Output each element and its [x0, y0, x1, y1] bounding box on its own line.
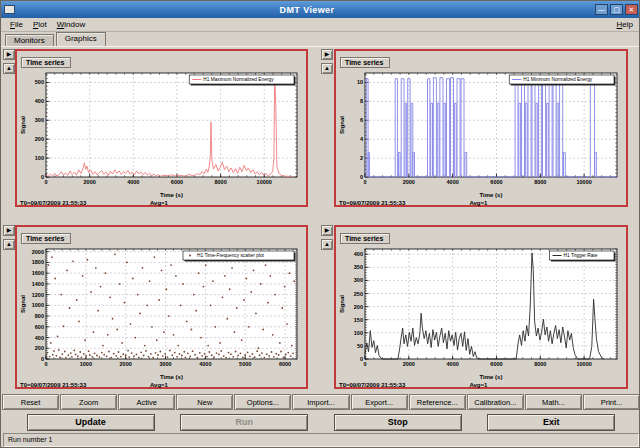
minimize-button[interactable]: — [595, 4, 608, 15]
svg-text:6000: 6000 [490, 361, 502, 367]
panel-arrow-right-button[interactable]: ▶ [321, 49, 333, 60]
panel-arrow-up-button[interactable]: ▲ [3, 63, 15, 74]
svg-text:200: 200 [35, 136, 44, 142]
window-controls: —▢✕ [595, 4, 638, 15]
menu-bar: FilePlotWindowHelp [1, 18, 640, 32]
plot-toolbar: ResetZoomActiveNewOptions...Import...Exp… [1, 393, 640, 411]
menu-help[interactable]: Help [613, 20, 637, 29]
svg-text:1200: 1200 [32, 292, 44, 298]
maximize-icon: ▢ [613, 6, 620, 13]
y-axis-label: Signal [339, 295, 345, 313]
panel-tab-label[interactable]: Time series [340, 57, 390, 68]
svg-text:200: 200 [354, 304, 363, 310]
tab-bar: MonitorsGraphics [1, 32, 640, 47]
panel-arrow-up-button[interactable]: ▲ [3, 239, 15, 250]
svg-text:6: 6 [360, 117, 363, 123]
toolbar-button-print[interactable]: Print... [583, 394, 640, 410]
tab-graphics[interactable]: Graphics [56, 32, 106, 46]
y-axis-label: Signal [20, 116, 26, 134]
toolbar-button-active[interactable]: Active [118, 394, 175, 410]
legend-label: H1 Time-Frequency scatter plot [197, 253, 265, 258]
svg-text:10000: 10000 [576, 179, 591, 185]
svg-text:250: 250 [354, 291, 363, 297]
window-title: DMT Viewer [19, 5, 595, 15]
panel-tab-label[interactable]: Time series [340, 233, 390, 244]
panel-arrow-right-icon: ▶ [325, 227, 330, 233]
svg-text:3000: 3000 [159, 361, 171, 367]
svg-text:400: 400 [354, 251, 363, 257]
svg-text:50: 50 [357, 343, 363, 349]
panel-footer: T0=09/07/2009 21:55:33Avg=1 [336, 381, 626, 393]
chart-start-time: T0=09/07/2009 21:55:33 [20, 382, 86, 388]
menu-window[interactable]: Window [52, 20, 90, 29]
toolbar-button-new[interactable]: New [176, 394, 233, 410]
exit-button[interactable]: Exit [487, 414, 615, 431]
time-series-chart[interactable]: 02000400060008000100000100200300400500Ti… [18, 69, 305, 199]
svg-text:6000: 6000 [171, 179, 183, 185]
svg-text:0: 0 [360, 174, 363, 180]
svg-text:100: 100 [35, 155, 44, 161]
panel-arrow-up-button[interactable]: ▲ [321, 63, 333, 74]
svg-text:300: 300 [35, 117, 44, 123]
chart-avg-label: Avg=1 [150, 382, 168, 388]
dmt-viewer-window: DMT Viewer —▢✕ FilePlotWindowHelp Monito… [0, 0, 640, 448]
tab-monitors[interactable]: Monitors [5, 34, 54, 46]
svg-text:500: 500 [35, 79, 44, 85]
action-buttons-row: UpdateRunStopExit [1, 412, 640, 432]
svg-text:350: 350 [354, 264, 363, 270]
toolbar-button-math[interactable]: Math... [525, 394, 582, 410]
svg-text:2000: 2000 [84, 179, 96, 185]
panel-arrow-right-button[interactable]: ▶ [3, 49, 15, 60]
svg-text:100: 100 [354, 330, 363, 336]
svg-text:0: 0 [44, 179, 47, 185]
panel-arrow-right-icon: ▶ [7, 51, 12, 57]
toolbar-button-calibration[interactable]: Calibration... [467, 394, 524, 410]
maximize-button[interactable]: ▢ [610, 4, 623, 15]
panel-arrow-right-button[interactable]: ▶ [3, 225, 15, 236]
svg-text:2000: 2000 [403, 361, 415, 367]
close-button[interactable]: ✕ [625, 4, 638, 15]
svg-text:4000: 4000 [127, 179, 139, 185]
svg-text:0: 0 [41, 174, 44, 180]
svg-text:2000: 2000 [403, 179, 415, 185]
menu-file[interactable]: File [5, 20, 28, 29]
panel-tab-label[interactable]: Time series [21, 233, 71, 244]
legend-label: H1 Minimum Normalized Energy [523, 77, 593, 82]
y-axis-label: Signal [339, 116, 345, 134]
chart-start-time: T0=09/07/2009 21:55:33 [339, 382, 405, 388]
toolbar-button-reference[interactable]: Reference... [409, 394, 466, 410]
panel-arrow-right-button[interactable]: ▶ [321, 225, 333, 236]
run-button[interactable]: Run [180, 414, 308, 431]
svg-text:0: 0 [363, 179, 366, 185]
svg-text:6000: 6000 [490, 179, 502, 185]
toolbar-button-reset[interactable]: Reset [2, 394, 59, 410]
svg-text:200: 200 [35, 345, 44, 351]
svg-text:8000: 8000 [534, 179, 546, 185]
toolbar-button-zoom[interactable]: Zoom [60, 394, 117, 410]
time-series-chart[interactable]: 0200040006000800010000050100150200250300… [337, 245, 625, 381]
svg-text:400: 400 [35, 98, 44, 104]
panel-footer: T0=09/07/2009 21:55:33Avg=1 [336, 199, 626, 211]
panel-arrow-up-button[interactable]: ▲ [321, 239, 333, 250]
panel-tab-label[interactable]: Time series [21, 57, 71, 68]
svg-text:0: 0 [41, 356, 44, 362]
toolbar-button-options[interactable]: Options... [234, 394, 291, 410]
chart-avg-label: Avg=1 [469, 382, 487, 388]
x-axis-label: Time (s) [160, 192, 183, 198]
time-series-chart[interactable]: 0100020003000400050006000020040060080010… [18, 245, 305, 381]
svg-text:8: 8 [360, 98, 363, 104]
status-text: Run number 1 [8, 436, 52, 443]
status-bar: Run number 1 [3, 433, 639, 447]
time-series-chart[interactable]: 02000400060008000100000246810Time (s)Sig… [337, 69, 625, 199]
title-bar: DMT Viewer —▢✕ [1, 1, 640, 18]
toolbar-button-export[interactable]: Export... [351, 394, 408, 410]
svg-text:1000: 1000 [32, 302, 44, 308]
toolbar-button-import[interactable]: Import... [292, 394, 349, 410]
svg-text:2000: 2000 [120, 361, 132, 367]
x-axis-label: Time (s) [160, 374, 183, 380]
stop-button[interactable]: Stop [334, 414, 462, 431]
update-button[interactable]: Update [27, 414, 155, 431]
menu-plot[interactable]: Plot [28, 20, 52, 29]
panel-footer: T0=09/07/2009 21:55:33Avg=1 [17, 199, 306, 211]
panel-arrow-up-icon: ▲ [6, 241, 12, 247]
